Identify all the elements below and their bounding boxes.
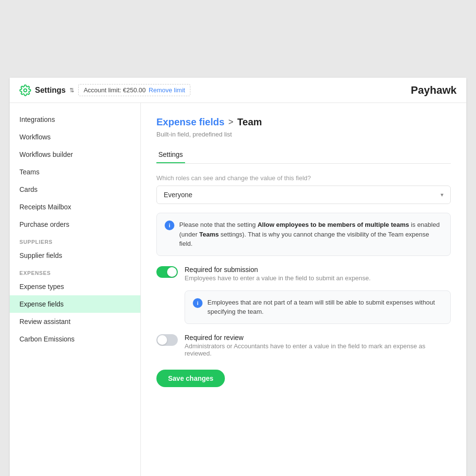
tab-settings[interactable]: Settings [156,147,185,163]
field-subtitle: Built-in field, predefined list [156,131,451,138]
nested-info-text: Employees that are not part of a team wi… [207,298,442,317]
save-changes-button[interactable]: Save changes [156,370,225,387]
info-icon: i [165,221,174,230]
account-limit-text: Account limit: €250.00 [84,86,146,94]
breadcrumb: Expense fields > Team [156,117,451,128]
remove-limit-link[interactable]: Remove limit [149,86,185,94]
toggle-row-review: Required for review Administrators or Ac… [156,334,451,357]
sidebar-item-cards[interactable]: Cards [10,181,140,198]
toggle-row-submission: Required for submission Employees have t… [156,266,451,282]
info-box-text: Please note that the setting Allow emplo… [179,220,442,249]
sidebar-item-integrations[interactable]: Integrations [10,111,140,128]
sidebar-item-teams[interactable]: Teams [10,163,140,181]
sidebar-item-receipts-mailbox[interactable]: Receipts Mailbox [10,198,140,216]
toggle-submission[interactable] [156,266,178,278]
breadcrumb-link[interactable]: Expense fields [156,117,224,128]
tabs-row: Settings [156,147,451,164]
settings-chevron-icon: ⇅ [69,87,74,94]
settings-icon [19,85,31,96]
info-box-teams: i Please note that the setting Allow emp… [156,213,451,256]
toggle-thumb-submission [167,267,177,277]
sidebar-item-purchase-orders[interactable]: Purchase orders [10,216,140,233]
visibility-dropdown[interactable]: Everyone ▾ [156,186,451,204]
toggle-thumb-review [157,335,167,345]
sidebar-section-suppliers: SUPPLIERS [10,233,140,247]
toggle-track-review[interactable] [156,334,178,346]
toggle-label-submission: Required for submission Employees have t… [185,266,371,282]
toggle-desc-submission: Employees have to enter a value in the f… [185,274,371,282]
top-bar-left: Settings ⇅ Account limit: €250.00 Remove… [19,84,190,96]
dropdown-value: Everyone [164,191,192,199]
sidebar-section-expenses: EXPENSES [10,264,140,278]
sidebar-item-workflows[interactable]: Workflows [10,128,140,146]
toggle-label-review: Required for review Administrators or Ac… [185,334,451,357]
nested-info-box: i Employees that are not part of a team … [185,290,451,324]
toggle-title-submission: Required for submission [185,266,371,273]
brand-logo: Payhawk [411,84,457,97]
sidebar-item-review-assistant[interactable]: Review assistant [10,313,140,330]
toggle-desc-review: Administrators or Accountants have to en… [185,342,451,357]
chevron-down-icon: ▾ [441,191,443,198]
toggle-track-submission[interactable] [156,266,178,278]
sidebar-item-carbon-emissions[interactable]: Carbon Emissions [10,330,140,348]
nested-info-icon: i [193,298,203,308]
settings-title: Settings [35,86,66,95]
sidebar-item-expense-fields[interactable]: Expense fields [10,295,140,313]
toggle-review[interactable] [156,334,178,346]
sidebar-item-supplier-fields[interactable]: Supplier fields [10,247,140,264]
sidebar-item-expense-types[interactable]: Expense types [10,278,140,295]
content-area: Expense fields > Team Built-in field, pr… [141,103,466,476]
account-limit-badge: Account limit: €250.00 Remove limit [78,84,190,96]
sidebar: Integrations Workflows Workflows builder… [10,103,141,476]
breadcrumb-current: Team [238,117,262,128]
toggle-title-review: Required for review [185,334,451,341]
sidebar-item-workflows-builder[interactable]: Workflows builder [10,146,140,163]
breadcrumb-separator: > [228,117,234,127]
main-layout: Integrations Workflows Workflows builder… [10,103,466,476]
top-bar: Settings ⇅ Account limit: €250.00 Remove… [10,78,466,103]
field-question: Which roles can see and change the value… [156,174,451,182]
